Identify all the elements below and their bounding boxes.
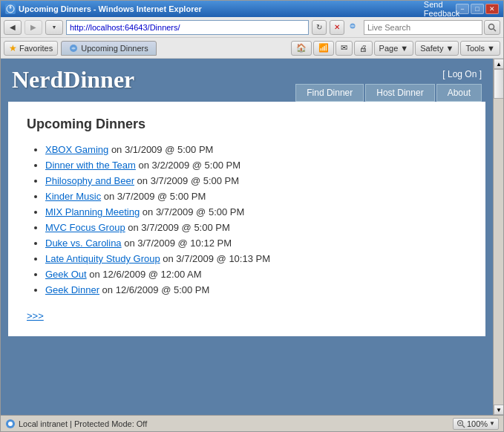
log-on-area: [ Log On ]	[442, 69, 482, 79]
search-area	[347, 20, 500, 35]
svg-point-6	[8, 422, 13, 426]
scroll-up-button[interactable]: ▲	[494, 59, 503, 69]
browser-window: Upcoming Dinners - Windows Internet Expl…	[0, 0, 504, 432]
page-content: Upcoming Dinners XBOX Gaming on 3/1/2009…	[8, 102, 485, 336]
dinner-date: on 3/7/2009 @ 5:00 PM	[143, 206, 245, 217]
title-bar-controls: Send Feedback − □ ✕	[435, 4, 499, 14]
scroll-thumb[interactable]	[494, 69, 503, 99]
tab-icon	[69, 44, 78, 53]
dinner-date: on 12/6/2009 @ 12:00 AM	[89, 269, 201, 280]
dinner-date: on 3/7/2009 @ 5:00 PM	[137, 175, 240, 186]
search-button[interactable]	[484, 20, 500, 35]
dropdown-button[interactable]: ▼	[45, 20, 63, 35]
status-bar: Local intranet | Protected Mode: Off 100…	[1, 415, 503, 431]
toolbar: ★ Favorites Upcoming Dinners 🏠 📶 ✉ 🖨 Pag…	[1, 38, 503, 59]
print-button[interactable]: 🖨	[354, 41, 373, 56]
scroll-track[interactable]	[494, 69, 503, 405]
dinner-date: on 3/7/2009 @ 10:12 PM	[124, 238, 232, 249]
list-item: MIX Planning Meeting on 3/7/2009 @ 5:00 …	[45, 206, 467, 217]
address-bar: ◀ ▶ ▼ ↻ ✕	[1, 17, 503, 38]
address-input[interactable]	[66, 20, 309, 35]
dinner-link[interactable]: Duke vs. Carolina	[45, 238, 122, 249]
star-icon: ★	[9, 43, 17, 53]
maximize-button[interactable]: □	[471, 4, 484, 14]
log-on-prefix: [	[442, 69, 448, 79]
scroll-down-button[interactable]: ▼	[494, 405, 503, 415]
browser-icon	[5, 4, 16, 14]
window-title: Upcoming Dinners - Windows Internet Expl…	[19, 4, 202, 13]
dinner-date: on 12/6/2009 @ 5:00 PM	[102, 284, 210, 295]
dinner-date: on 3/7/2009 @ 5:00 PM	[104, 191, 206, 202]
main-content: NerdDinner [ Log On ] Find Dinner Host D…	[1, 59, 493, 415]
dinner-link[interactable]: MIX Planning Meeting	[45, 206, 140, 217]
dinner-link[interactable]: XBOX Gaming	[45, 144, 108, 155]
tab-bar: Upcoming Dinners	[61, 41, 287, 56]
header-right: [ Log On ] Find Dinner Host Dinner About	[295, 66, 482, 102]
stop-button[interactable]: ✕	[330, 20, 344, 35]
zoom-dropdown-icon: ▼	[489, 420, 495, 427]
favorites-button[interactable]: ★ Favorites	[4, 41, 58, 56]
dinner-link[interactable]: Philosophy and Beer	[45, 175, 134, 186]
app-title: NerdDinner	[12, 66, 134, 94]
dinner-date: on 3/7/2009 @ 10:13 PM	[163, 253, 270, 264]
dinner-date: on 3/7/2009 @ 5:00 PM	[128, 222, 230, 233]
dinner-link[interactable]: Kinder Music	[45, 191, 101, 202]
list-item: Philosophy and Beer on 3/7/2009 @ 5:00 P…	[45, 175, 467, 186]
dinner-date: on 3/1/2009 @ 5:00 PM	[111, 144, 214, 155]
refresh-button[interactable]: ↻	[312, 20, 327, 35]
scrollbar: ▲ ▼	[493, 59, 503, 415]
zoom-control[interactable]: 100% ▼	[453, 418, 499, 430]
back-button[interactable]: ◀	[4, 20, 22, 35]
status-left: Local intranet | Protected Mode: Off	[5, 419, 147, 429]
svg-line-8	[462, 425, 465, 428]
search-input[interactable]	[364, 20, 482, 35]
dinner-link[interactable]: Geek Dinner	[45, 284, 99, 295]
about-button[interactable]: About	[436, 84, 482, 102]
intranet-icon	[5, 419, 16, 429]
zoom-label: 100%	[467, 419, 488, 428]
svg-line-3	[494, 29, 496, 31]
favorites-label: Favorites	[19, 44, 53, 53]
find-dinner-button[interactable]: Find Dinner	[295, 84, 364, 102]
status-text: Local intranet | Protected Mode: Off	[19, 419, 147, 428]
dinner-link[interactable]: Geek Out	[45, 269, 87, 280]
list-item: Duke vs. Carolina on 3/7/2009 @ 10:12 PM	[45, 238, 467, 249]
live-search-icon	[347, 21, 361, 34]
list-item: MVC Focus Group on 3/7/2009 @ 5:00 PM	[45, 222, 467, 233]
status-right: 100% ▼	[453, 418, 499, 430]
dinner-date: on 3/2/2009 @ 5:00 PM	[139, 160, 241, 171]
log-on-suffix: ]	[477, 69, 482, 79]
tools-button[interactable]: Tools ▼	[460, 41, 500, 56]
toolbar-right: 🏠 📶 ✉ 🖨 Page ▼ Safety ▼ Tools ▼	[291, 41, 500, 56]
zoom-icon	[456, 419, 465, 428]
active-tab[interactable]: Upcoming Dinners	[61, 41, 156, 56]
home-button[interactable]: 🏠	[291, 41, 312, 56]
nav-buttons: Find Dinner Host Dinner About	[295, 84, 482, 102]
page-button[interactable]: Page ▼	[374, 41, 414, 56]
dinner-link[interactable]: MVC Focus Group	[45, 222, 125, 233]
host-dinner-button[interactable]: Host Dinner	[365, 84, 434, 102]
list-item: XBOX Gaming on 3/1/2009 @ 5:00 PM	[45, 144, 467, 155]
list-item: Late Antiquity Study Group on 3/7/2009 @…	[45, 253, 467, 264]
list-item: Geek Out on 12/6/2009 @ 12:00 AM	[45, 269, 467, 280]
tab-label: Upcoming Dinners	[81, 44, 148, 53]
list-item: Dinner with the Team on 3/2/2009 @ 5:00 …	[45, 160, 467, 171]
svg-point-2	[489, 24, 494, 29]
dinner-link[interactable]: Dinner with the Team	[45, 160, 136, 171]
close-button[interactable]: ✕	[485, 4, 499, 14]
log-on-link[interactable]: Log On	[448, 69, 477, 79]
rss-button[interactable]: 📶	[313, 41, 334, 56]
title-bar: Upcoming Dinners - Windows Internet Expl…	[1, 1, 503, 17]
minimize-button[interactable]: −	[456, 4, 469, 14]
list-item: Kinder Music on 3/7/2009 @ 5:00 PM	[45, 191, 467, 202]
send-feedback-button[interactable]: Send Feedback	[435, 4, 448, 14]
dinner-link[interactable]: Late Antiquity Study Group	[45, 253, 160, 264]
list-item: Geek Dinner on 12/6/2009 @ 5:00 PM	[45, 284, 467, 295]
safety-button[interactable]: Safety ▼	[415, 41, 459, 56]
content-area: NerdDinner [ Log On ] Find Dinner Host D…	[1, 59, 503, 415]
forward-button[interactable]: ▶	[24, 20, 42, 35]
more-link[interactable]: >>>	[27, 310, 44, 321]
mail-button[interactable]: ✉	[336, 41, 353, 56]
dinner-list: XBOX Gaming on 3/1/2009 @ 5:00 PMDinner …	[27, 144, 467, 295]
browser-page: NerdDinner [ Log On ] Find Dinner Host D…	[1, 59, 493, 415]
